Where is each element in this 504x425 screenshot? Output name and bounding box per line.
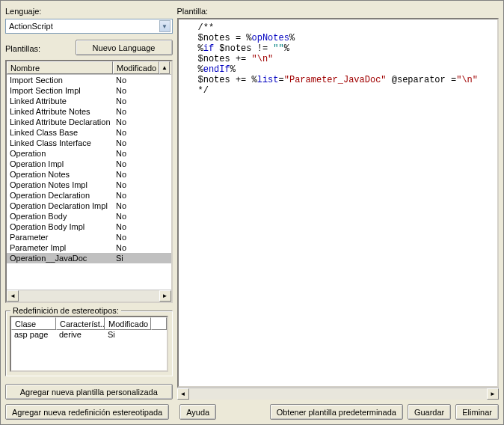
table-row[interactable]: OperationNo (7, 148, 171, 159)
cell-modificado: No (113, 222, 159, 231)
cell-modificado: No (113, 233, 159, 242)
stereo-legend: Redefinición de estereotipos: (10, 306, 121, 315)
stereo-table[interactable]: Clase Característ... Modificado asp page… (10, 316, 168, 372)
cell-modificado: No (113, 117, 159, 126)
table-row[interactable]: Operation ImplNo (7, 159, 171, 169)
table-row[interactable]: Parameter ImplNo (7, 242, 171, 253)
cell-nombre: Operation Body Impl (7, 222, 113, 231)
stereo-cell-caract: derive (56, 330, 105, 340)
stereo-cell-mod: Si (105, 330, 151, 340)
cell-modificado: No (113, 191, 159, 200)
table-row[interactable]: Linked AttributeNo (7, 96, 171, 106)
table-row[interactable]: Operation NotesNo (7, 169, 171, 180)
help-button[interactable]: Ayuda (179, 404, 216, 420)
col-nombre-header[interactable]: Nombre (7, 61, 113, 74)
table-row[interactable]: Operation Notes ImplNo (7, 180, 171, 190)
cell-nombre: Linked Attribute Declaration (7, 117, 113, 126)
stereo-col-caract[interactable]: Característ... (56, 317, 105, 330)
table-row[interactable]: Operation BodyNo (7, 211, 171, 221)
cell-nombre: Operation Impl (7, 159, 113, 168)
cell-nombre: Operation Declaration Impl (7, 201, 113, 210)
cell-modificado: No (113, 201, 159, 210)
cell-nombre: Operation (7, 149, 113, 158)
stereo-col-clase[interactable]: Clase (11, 317, 56, 330)
table-row[interactable]: ParameterNo (7, 232, 171, 242)
cell-nombre: Operation Notes Impl (7, 180, 113, 189)
table-row[interactable]: Operation Declaration ImplNo (7, 201, 171, 211)
stereo-row[interactable]: asp pagederiveSi (11, 330, 167, 340)
table-row[interactable]: Operation Body ImplNo (7, 221, 171, 232)
cell-nombre: Operation__JavaDoc (7, 254, 113, 263)
stereo-col-pad (151, 317, 167, 330)
cell-nombre: Linked Class Interface (7, 138, 113, 147)
cell-modificado: No (113, 149, 159, 158)
language-value: ActionScript (9, 22, 159, 31)
scroll-up-icon[interactable]: ▲ (159, 61, 170, 74)
code-scroll-left-icon[interactable]: ◄ (177, 388, 189, 400)
table-row[interactable]: Import SectionNo (7, 75, 171, 85)
table-row[interactable]: Linked Attribute DeclarationNo (7, 117, 171, 127)
table-row[interactable]: Linked Class InterfaceNo (7, 138, 171, 148)
delete-button[interactable]: Eliminar (455, 404, 499, 420)
plantilla-label: Plantilla: (177, 7, 500, 16)
language-combo[interactable]: ActionScript ▼ (5, 19, 173, 34)
table-row[interactable]: Import Section ImplNo (7, 85, 171, 96)
templates-listbox[interactable]: Nombre Modificado ▲ Import SectionNoImpo… (5, 60, 173, 303)
cell-modificado: Si (113, 254, 159, 263)
add-stereo-redef-button[interactable]: Agregar nueva redefinición estereotipada (5, 404, 169, 420)
stereo-cell-clase: asp page (11, 330, 56, 340)
cell-modificado: No (113, 212, 159, 221)
cell-nombre: Parameter Impl (7, 243, 113, 252)
stereo-col-mod[interactable]: Modificado (105, 317, 151, 330)
scroll-left-icon[interactable]: ◄ (7, 290, 19, 302)
cell-modificado: No (113, 180, 159, 189)
scroll-right-icon[interactable]: ► (159, 290, 171, 302)
cell-modificado: No (113, 76, 159, 85)
code-hscroll-track[interactable] (189, 388, 488, 400)
cell-nombre: Operation Body (7, 212, 113, 221)
cell-nombre: Linked Attribute (7, 97, 113, 106)
language-label: Lenguaje: (5, 7, 173, 16)
cell-modificado: No (113, 159, 159, 168)
cell-modificado: No (113, 138, 159, 147)
cell-nombre: Linked Attribute Notes (7, 107, 113, 116)
save-button[interactable]: Guardar (408, 404, 451, 420)
cell-nombre: Operation Notes (7, 170, 113, 179)
add-custom-template-button[interactable]: Agregar nueva plantilla personalizada (5, 384, 173, 400)
hscroll-track[interactable] (19, 290, 159, 302)
code-editor[interactable]: /** $notes = %opNotes% %if $notes != ""%… (177, 18, 500, 388)
cell-modificado: No (113, 170, 159, 179)
cell-modificado: No (113, 107, 159, 116)
chevron-down-icon[interactable]: ▼ (159, 20, 170, 32)
col-modificado-header[interactable]: Modificado (113, 61, 159, 74)
table-row[interactable]: Linked Class BaseNo (7, 127, 171, 138)
table-row[interactable]: Operation__JavaDocSi (7, 253, 171, 263)
cell-nombre: Import Section (7, 76, 113, 85)
cell-modificado: No (113, 86, 159, 95)
cell-nombre: Parameter (7, 233, 113, 242)
cell-modificado: No (113, 243, 159, 252)
table-row[interactable]: Linked Attribute NotesNo (7, 106, 171, 117)
cell-nombre: Import Section Impl (7, 86, 113, 95)
cell-nombre: Linked Class Base (7, 128, 113, 137)
cell-modificado: No (113, 128, 159, 137)
cell-modificado: No (113, 97, 159, 106)
get-default-template-button[interactable]: Obtener plantilla predeterminada (270, 404, 403, 420)
new-language-button[interactable]: Nuevo Language (76, 40, 173, 55)
table-row[interactable]: Operation DeclarationNo (7, 190, 171, 201)
cell-nombre: Operation Declaration (7, 191, 113, 200)
plantillas-label: Plantillas: (5, 44, 70, 53)
code-scroll-right-icon[interactable]: ► (487, 388, 499, 400)
